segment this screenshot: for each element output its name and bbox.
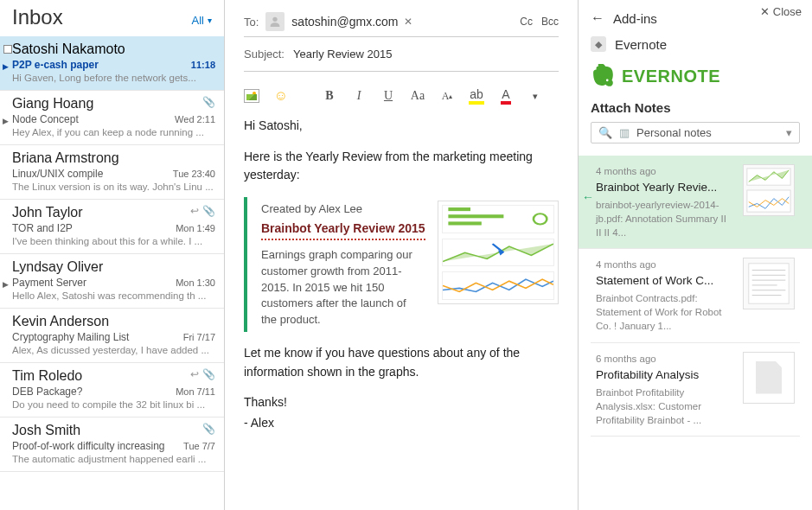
italic-button[interactable]: I <box>351 89 367 103</box>
message-sender: Giang Hoang <box>12 96 215 112</box>
chevron-down-icon[interactable]: ▾ <box>786 126 792 139</box>
message-time: Tue 23:40 <box>173 169 215 179</box>
to-row: To: satoshin@gmx.com ✕ Cc Bcc <box>244 9 559 37</box>
search-icon: 🔍 <box>598 126 612 139</box>
message-item[interactable]: ↩📎John TaylorTOR and I2PMon 1:49I've bee… <box>0 200 224 254</box>
svg-point-4 <box>534 214 547 224</box>
attachment-icon: 📎 <box>202 368 215 380</box>
svg-rect-9 <box>749 264 789 303</box>
note-title: Profitability Analysis <box>596 367 726 384</box>
attached-note[interactable]: Created by Alex Lee Brainbot Yearly Revi… <box>244 197 559 332</box>
underline-button[interactable]: U <box>380 89 396 103</box>
message-preview: Hey Alex, if you can keep a node running… <box>12 127 215 137</box>
to-label: To: <box>244 16 259 29</box>
message-preview: Alex, As dicussed yesterday, I have adde… <box>12 345 215 355</box>
inbox-filter[interactable]: All ▾ <box>192 14 212 27</box>
remove-recipient-icon[interactable]: ✕ <box>404 16 412 28</box>
inbox-pane: Inbox All ▾ ▶Satoshi NakamotoP2P e-cash … <box>0 0 225 510</box>
compose-body[interactable]: Hi Satoshi, Here is the Yearly Review fr… <box>244 117 559 433</box>
note-item[interactable]: 6 months agoProfitability AnalysisBrainb… <box>591 343 800 437</box>
recipient-chip[interactable]: satoshin@gmx.com ✕ <box>291 15 412 29</box>
note-age: 4 months ago <box>596 164 734 178</box>
message-item[interactable]: ▶Lyndsay OliverPayment ServerMon 1:30Hel… <box>0 254 224 309</box>
format-toolbar: ☺ B I U Aa A▴ ab A ▾ <box>244 79 559 117</box>
message-sender: Kevin Anderson <box>12 314 215 329</box>
note-thumb <box>743 164 795 216</box>
insert-image-icon[interactable] <box>244 89 259 103</box>
expand-caret-icon[interactable]: ▶ <box>3 280 9 289</box>
fontcolor-button[interactable]: A <box>498 87 514 105</box>
message-subject: Payment Server <box>12 277 86 289</box>
evernote-brand: EVERNOTE <box>591 64 800 88</box>
message-preview: The automatic adjustment happened earli … <box>12 454 215 464</box>
message-subject: Cryptography Mailing List <box>12 331 129 343</box>
compose-pane: To: satoshin@gmx.com ✕ Cc Bcc Subject: Y… <box>225 0 579 510</box>
message-subject: DEB Package? <box>12 386 82 398</box>
expand-caret-icon[interactable]: ▶ <box>3 117 9 125</box>
emoji-icon[interactable]: ☺ <box>273 88 289 104</box>
message-item[interactable]: ↩📎Tim RoledoDEB Package?Mon 7/11Do you n… <box>0 363 224 418</box>
addins-app-label[interactable]: Evernote <box>615 37 667 52</box>
reply-icon: ↩ <box>190 368 199 380</box>
attachment-icon: 📎 <box>202 423 215 435</box>
message-subject: Proof-of-work difficulty increasing <box>12 440 165 452</box>
svg-rect-2 <box>448 214 503 218</box>
message-item[interactable]: Briana ArmstrongLinux/UNIX compileTue 23… <box>0 145 224 200</box>
message-time: Mon 1:49 <box>176 223 215 233</box>
evernote-app-icon: ◆ <box>591 36 606 52</box>
fontsize-button[interactable]: A▴ <box>439 90 455 103</box>
message-preview: Hello Alex, Satoshi was recommending th … <box>12 290 215 301</box>
message-time: 11:18 <box>191 60 215 70</box>
message-item[interactable]: ▶Satoshi NakamotoP2P e-cash paper11:18Hi… <box>0 36 224 91</box>
search-value: Personal notes <box>636 126 712 139</box>
message-item[interactable]: Kevin AndersonCryptography Mailing ListF… <box>0 309 224 363</box>
close-button[interactable]: ✕ Close <box>760 5 802 18</box>
message-sender: Josh Smith <box>12 423 215 438</box>
more-format-icon[interactable]: ▾ <box>527 91 543 102</box>
cc-button[interactable]: Cc <box>520 16 533 28</box>
message-preview: The Linux version is on its way. John's … <box>12 182 215 192</box>
message-preview: Do you need to compile the 32 bit linux … <box>12 399 215 410</box>
font-button[interactable]: Aa <box>410 89 425 103</box>
subject-value[interactable]: Yearly Review 2015 <box>293 48 392 61</box>
message-time: Wed 2:11 <box>175 114 215 124</box>
subject-label: Subject: <box>244 48 285 61</box>
message-sender: Satoshi Nakamoto <box>12 41 215 57</box>
attached-note-thumb <box>438 201 559 304</box>
note-thumb <box>743 258 795 309</box>
addins-breadcrumb[interactable]: Add-ins <box>613 11 657 26</box>
message-item[interactable]: ▶📎Giang HoangNode ConceptWed 2:11Hey Ale… <box>0 91 224 145</box>
note-age: 4 months ago <box>596 258 734 271</box>
message-sender: Lyndsay Oliver <box>12 259 215 275</box>
note-list: 4 months agoBrainbot Yearly Revie...brai… <box>591 156 800 437</box>
note-title: Brainbot Yearly Revie... <box>596 180 726 196</box>
message-subject: P2P e-cash paper <box>12 59 99 71</box>
message-time: Tue 7/7 <box>183 441 215 451</box>
message-time: Mon 1:30 <box>176 277 215 288</box>
note-preview: Brainbot Profitability Analysis.xlsx: Cu… <box>596 386 734 427</box>
message-preview: I've been thinking about this for a whil… <box>12 236 215 246</box>
reply-icon: ↩ <box>190 205 199 217</box>
message-time: Mon 7/11 <box>176 386 215 397</box>
message-list: ▶Satoshi NakamotoP2P e-cash paper11:18Hi… <box>0 36 224 472</box>
evernote-logo-icon <box>591 64 615 88</box>
message-subject: Linux/UNIX compile <box>12 168 103 180</box>
note-item[interactable]: 4 months agoStatement of Work C...Brainb… <box>591 249 800 342</box>
note-item[interactable]: 4 months agoBrainbot Yearly Revie...brai… <box>579 156 812 249</box>
message-sender: Briana Armstrong <box>12 150 215 166</box>
svg-rect-8 <box>747 190 790 212</box>
message-time: Fri 7/17 <box>183 332 215 342</box>
select-checkbox[interactable] <box>3 45 12 54</box>
back-icon[interactable]: ← <box>591 10 604 26</box>
note-preview: brainbot-yearlyreview-2014-jb.pdf: Annot… <box>596 198 734 239</box>
message-item[interactable]: 📎Josh SmithProof-of-work difficulty incr… <box>0 418 224 472</box>
message-sender: John Taylor <box>12 205 215 220</box>
expand-caret-icon[interactable]: ▶ <box>3 62 9 71</box>
bold-button[interactable]: B <box>322 89 337 103</box>
highlight-button[interactable]: ab <box>469 87 484 105</box>
notes-search[interactable]: 🔍 ▥ Personal notes ▾ <box>591 122 800 143</box>
addins-pane: ✕ Close ← Add-ins ◆ Evernote EVERNOTE At… <box>579 0 812 510</box>
message-subject: Node Concept <box>12 113 79 125</box>
bcc-button[interactable]: Bcc <box>541 16 559 28</box>
attach-notes-heading: Attach Notes <box>591 100 800 115</box>
